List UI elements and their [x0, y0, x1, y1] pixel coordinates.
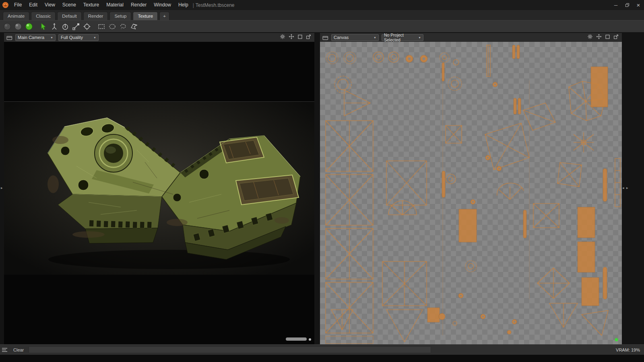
pivot-tool[interactable] — [82, 21, 92, 32]
title-separator: | — [192, 2, 196, 8]
rendered-model — [4, 102, 314, 275]
material-sphere-toggle[interactable] — [13, 21, 23, 32]
shaded-sphere-icon — [3, 23, 11, 31]
scale-icon — [72, 23, 80, 31]
rotate-tool[interactable] — [60, 21, 70, 32]
log-menu-button[interactable] — [2, 348, 8, 352]
uv-status-indicator — [615, 338, 618, 341]
chevron-down-icon: ▼ — [374, 36, 376, 39]
viewport-3d: Main Camera ▼ Full Quality ▼ — [4, 33, 314, 344]
viewport-popout-button[interactable] — [306, 34, 311, 41]
left-panel-expander[interactable]: ▸ — [1, 186, 3, 190]
lasso-icon — [119, 23, 127, 31]
texture-sphere-icon — [25, 23, 33, 31]
hamburger-icon — [2, 348, 8, 352]
window-controls: ─ × — [610, 0, 644, 10]
camera-render-area — [4, 101, 314, 274]
translate-tool[interactable] — [49, 21, 59, 32]
log-output-field[interactable] — [29, 346, 431, 353]
menu-view[interactable]: View — [41, 0, 59, 10]
bottom-filler — [0, 355, 644, 362]
maximize-icon — [605, 34, 610, 39]
minimize-button[interactable]: ─ — [610, 0, 621, 10]
polygon-lasso-tool[interactable] — [129, 21, 139, 32]
menu-render[interactable]: Render — [127, 0, 150, 10]
workspace-tabbar: Animate Classic Default Render Setup Tex… — [0, 10, 644, 20]
scale-tool[interactable] — [71, 21, 81, 32]
external-link-icon — [613, 34, 619, 39]
texture-sphere-toggle[interactable] — [24, 21, 34, 32]
viewport-pan-button[interactable] — [289, 34, 294, 41]
viewport-3d-canvas[interactable] — [4, 42, 314, 344]
close-button[interactable]: × — [633, 0, 644, 10]
menu-texture[interactable]: Texture — [80, 0, 103, 10]
viewport-scrollbar-handle[interactable] — [286, 337, 307, 341]
chevron-down-icon: ▼ — [418, 36, 421, 39]
canvas-dropdown[interactable]: Canvas ▼ — [331, 34, 379, 41]
right-panel-collapse-right[interactable]: ▸ — [626, 186, 628, 190]
viewport-settings-button[interactable] — [587, 34, 593, 41]
viewport-maximize-button[interactable] — [297, 34, 303, 41]
menu-scene[interactable]: Scene — [59, 0, 80, 10]
menu-window[interactable]: Window — [150, 0, 175, 10]
clapper-icon — [322, 35, 328, 40]
toolbar — [0, 20, 644, 32]
restore-button[interactable] — [621, 0, 633, 10]
tab-animate[interactable]: Animate — [3, 12, 29, 20]
viewport-pan-button[interactable] — [596, 34, 602, 41]
project-dropdown-value: No Project Selected — [384, 33, 416, 42]
pan-move-icon — [289, 34, 294, 39]
viewport-uv-header: Canvas ▼ No Project Selected ▼ — [320, 33, 622, 42]
viewport-uv: Canvas ▼ No Project Selected ▼ — [320, 33, 622, 344]
marquee-rect-tool[interactable] — [96, 21, 106, 32]
menu-material[interactable]: Material — [103, 0, 127, 10]
clapper-icon — [6, 35, 12, 40]
chevron-down-icon: ▼ — [50, 36, 53, 39]
viewport-settings-button[interactable] — [280, 34, 285, 41]
tab-default[interactable]: Default — [57, 12, 81, 20]
gear-icon — [280, 34, 285, 39]
lasso-tool[interactable] — [118, 21, 128, 32]
uv-canvas[interactable] — [320, 42, 622, 344]
external-link-icon — [306, 34, 311, 39]
render-view-icon[interactable] — [6, 35, 12, 40]
marquee-ellipse-icon — [108, 23, 116, 31]
project-dropdown[interactable]: No Project Selected ▼ — [382, 34, 423, 41]
material-sphere-icon — [14, 23, 22, 31]
tab-texture[interactable]: Texture — [133, 12, 158, 20]
viewport-uv-header-buttons — [587, 34, 619, 41]
tab-render[interactable]: Render — [83, 12, 108, 20]
quality-dropdown[interactable]: Full Quality ▼ — [58, 34, 99, 41]
statusbar: Clear VRAM: 19% — [0, 344, 644, 355]
menu-file[interactable]: File — [10, 0, 25, 10]
quality-dropdown-value: Full Quality — [61, 35, 83, 40]
canvas-dropdown-value: Canvas — [334, 35, 349, 40]
maximize-icon — [297, 34, 303, 39]
viewport-3d-header: Main Camera ▼ Full Quality ▼ — [4, 33, 314, 42]
application-window: File Edit View Scene Texture Material Re… — [0, 0, 644, 362]
marquee-ellipse-tool[interactable] — [107, 21, 117, 32]
pan-move-icon — [596, 34, 602, 39]
tab-classic[interactable]: Classic — [31, 12, 56, 20]
viewport-popout-button[interactable] — [613, 34, 619, 41]
vram-indicator: VRAM: 19% — [616, 348, 640, 352]
tab-setup[interactable]: Setup — [109, 12, 131, 20]
add-workspace-tab-button[interactable]: + — [159, 12, 169, 20]
viewport-scrollbar-dot[interactable] — [309, 338, 311, 341]
canvas-view-icon[interactable] — [322, 35, 328, 40]
restore-icon — [625, 3, 630, 7]
menu-edit[interactable]: Edit — [25, 0, 41, 10]
toolbag-logo-icon[interactable] — [0, 0, 10, 10]
viewport-3d-header-buttons — [280, 34, 311, 41]
viewport-maximize-button[interactable] — [605, 34, 610, 41]
rotate-icon — [61, 23, 69, 31]
clear-button[interactable]: Clear — [11, 348, 26, 352]
camera-dropdown[interactable]: Main Camera ▼ — [15, 34, 56, 41]
main-area: Main Camera ▼ Full Quality ▼ — [0, 32, 644, 344]
select-tool[interactable] — [38, 21, 48, 32]
right-panel-collapse-left[interactable]: ◂ — [622, 186, 624, 190]
shaded-sphere-toggle[interactable] — [2, 21, 12, 32]
chevron-down-icon: ▼ — [93, 36, 96, 39]
menu-help[interactable]: Help — [175, 0, 192, 10]
uv-wireframe — [320, 42, 622, 344]
